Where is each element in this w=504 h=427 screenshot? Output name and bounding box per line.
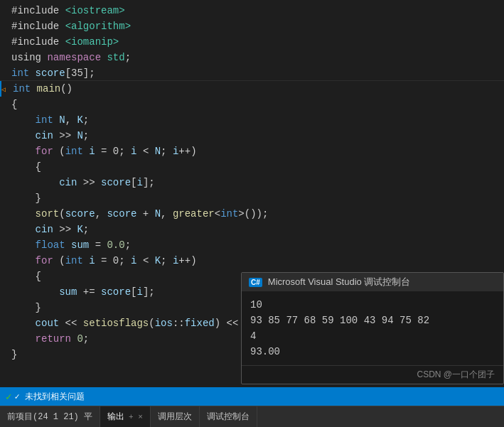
code-line-1: #include <iostream> [0,3,504,18]
debug-console-overlay: C# Microsoft Visual Studio 调试控制台 1093 85… [241,272,504,384]
code-line-6: ◁int main() [0,81,504,97]
line-content-8: int N, K; [9,112,89,128]
line-content-2: #include <algorithm> [9,18,131,34]
output-tab[interactable]: 输出 + × [100,406,151,427]
console-title-text: Microsoft Visual Studio 调试控制台 [268,276,411,288]
console-line-2: 4 [250,328,495,344]
line-content-23: } [9,347,17,362]
status-bar: ✓ ✓ 未找到相关问题 [0,387,504,406]
line-content-1: #include <iostream> [9,3,125,18]
console-footer: CSDN @一口个团子 [242,365,503,384]
line-content-13: } [9,190,41,206]
line-content-3: #include <iomanip> [9,34,119,50]
code-line-7: { [0,97,504,112]
code-line-8: int N, K; [0,112,504,128]
line-content-16: float sum = 0.0; [9,237,131,253]
vs-icon: C# [249,278,262,287]
code-line-9: cin >> N; [0,128,504,144]
project-info-tab: 前项目(24 1 21) 平 [0,406,100,427]
line-content-17: for (int i = 0; i < K; i++) [9,253,197,269]
console-title-bar: C# Microsoft Visual Studio 调试控制台 [242,273,503,291]
line-content-19: sum += score[i]; [9,284,155,300]
code-line-15: cin >> K; [0,222,504,237]
code-line-4: using namespace std; [0,50,504,65]
line-content-18: { [9,269,41,284]
output-controls: + × [129,413,143,421]
code-line-3: #include <iomanip> [0,34,504,50]
code-line-13: } [0,190,504,206]
line-content-15: cin >> K; [9,222,89,237]
callstack-tab[interactable]: 调用层次 [151,406,200,427]
line-content-9: cin >> N; [9,128,89,144]
no-issues-indicator: ✓ ✓ 未找到相关问题 [6,391,85,403]
code-line-10: for (int i = 0; i < N; i++) [0,144,504,159]
line-content-11: { [9,159,41,175]
line-content-10: for (int i = 0; i < N; i++) [9,144,197,159]
code-line-2: #include <algorithm> [0,18,504,34]
console-line-1: 93 85 77 68 59 100 43 94 75 82 [250,313,495,328]
code-line-17: for (int i = 0; i < K; i++) [0,253,504,269]
line-content-6: int main() [10,81,73,97]
line-content-4: using namespace std; [9,50,131,65]
bottom-bar[interactable]: 前项目(24 1 21) 平 输出 + × 调用层次 调试控制台 [0,406,504,427]
line-content-7: { [9,97,17,112]
line-content-12: cin >> score[i]; [9,175,155,190]
console-content: 1093 85 77 68 59 100 43 94 75 82493.00 [242,291,503,365]
line-indicator-6: ◁ [1,82,10,98]
code-line-14: sort(score, score + N, greater<int>()); [0,206,504,222]
code-line-16: float sum = 0.0; [0,237,504,253]
line-content-20: } [9,300,41,315]
no-issues-text: ✓ 未找到相关问题 [14,391,84,403]
debug-console-tab[interactable]: 调试控制台 [200,406,257,427]
code-line-11: { [0,159,504,175]
code-line-5: int score[35]; [0,65,504,81]
console-line-3: 93.00 [250,344,495,360]
console-line-0: 10 [250,297,495,313]
line-content-22: return 0; [9,331,89,347]
check-icon: ✓ [6,391,11,403]
code-line-12: cin >> score[i]; [0,175,504,190]
line-content-14: sort(score, score + N, greater<int>()); [9,206,268,222]
line-content-5: int score[35]; [9,65,95,81]
